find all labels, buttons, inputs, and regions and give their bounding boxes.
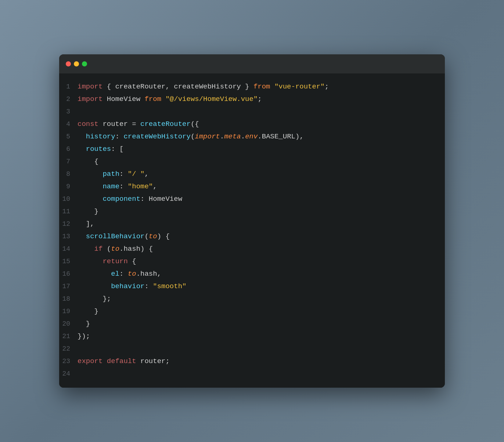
titlebar bbox=[59, 54, 445, 73]
line-number: 1 bbox=[59, 81, 78, 93]
line-content: el: to.hash, bbox=[78, 268, 161, 280]
maximize-button[interactable] bbox=[82, 61, 87, 66]
code-line: 17 behavior: "smooth" bbox=[59, 280, 445, 293]
code-line: 24 bbox=[59, 368, 445, 380]
line-number: 14 bbox=[59, 243, 78, 255]
line-content: if (to.hash) { bbox=[78, 243, 153, 255]
code-line: 10 component: HomeView bbox=[59, 193, 445, 206]
token-plain: : bbox=[119, 270, 128, 278]
token-str: "home" bbox=[128, 182, 153, 191]
code-line: 14 if (to.hash) { bbox=[59, 243, 445, 256]
token-plain bbox=[78, 257, 102, 265]
token-kw-if: if bbox=[86, 245, 103, 253]
code-line: 3 bbox=[59, 106, 445, 118]
code-line: 2import HomeView from "@/views/HomeView.… bbox=[59, 93, 445, 106]
token-kw-import: import bbox=[78, 83, 102, 91]
token-kw-import: import bbox=[78, 95, 102, 103]
line-content: }; bbox=[78, 293, 111, 305]
line-content: history: createWebHistory(import.meta.en… bbox=[78, 131, 304, 143]
line-content bbox=[78, 368, 82, 380]
line-number: 9 bbox=[59, 181, 78, 193]
token-plain: : bbox=[119, 170, 128, 178]
token-plain: : HomeView bbox=[140, 195, 182, 203]
code-line: 20 } bbox=[59, 318, 445, 330]
line-content: import HomeView from "@/views/HomeView.v… bbox=[78, 93, 262, 105]
line-content: import { createRouter, createWebHistory … bbox=[78, 81, 329, 93]
line-content: { bbox=[78, 156, 98, 168]
token-kw-from: from bbox=[144, 95, 161, 103]
minimize-button[interactable] bbox=[74, 61, 79, 66]
token-plain: { createRouter, createWebHistory } bbox=[102, 83, 253, 91]
line-number: 17 bbox=[59, 281, 78, 293]
token-str: "smooth" bbox=[153, 282, 186, 290]
token-plain: }; bbox=[78, 295, 111, 303]
token-str: "@/views/HomeView.vue" bbox=[165, 95, 258, 103]
token-plain: ) { bbox=[157, 232, 170, 240]
code-line: 7 { bbox=[59, 156, 445, 168]
token-str: "vue-router" bbox=[274, 83, 325, 91]
code-line: 13 scrollBehavior(to) { bbox=[59, 231, 445, 243]
line-content: } bbox=[78, 305, 98, 318]
token-fn: createRouter bbox=[140, 120, 191, 128]
token-plain: router = bbox=[98, 120, 140, 128]
token-prop: history bbox=[86, 133, 115, 141]
line-number: 8 bbox=[59, 169, 78, 180]
token-plain: ( bbox=[191, 133, 195, 141]
token-plain: } bbox=[78, 207, 98, 215]
line-number: 19 bbox=[59, 306, 78, 318]
token-kw-from: from bbox=[253, 83, 270, 91]
line-number: 4 bbox=[59, 119, 78, 130]
token-kw-return: return bbox=[102, 257, 127, 265]
code-line: 11 } bbox=[59, 206, 445, 218]
token-plain bbox=[78, 170, 102, 178]
token-plain: { bbox=[78, 157, 98, 166]
token-plain bbox=[78, 145, 86, 153]
line-content: }); bbox=[78, 330, 90, 343]
token-kw-const: const bbox=[78, 120, 98, 128]
code-line: 6 routes: [ bbox=[59, 143, 445, 156]
code-line: 23export default router; bbox=[59, 355, 445, 368]
token-plain bbox=[78, 133, 86, 141]
token-str: "/ " bbox=[128, 170, 145, 178]
token-plain: : bbox=[144, 282, 153, 290]
line-content: } bbox=[78, 318, 90, 330]
token-plain: .BASE_URL), bbox=[258, 133, 303, 141]
token-plain: } bbox=[78, 320, 90, 328]
code-line: 12 ], bbox=[59, 218, 445, 231]
token-param-italic: to bbox=[111, 245, 119, 253]
token-param-italic: meta bbox=[224, 133, 241, 141]
line-content: const router = createRouter({ bbox=[78, 118, 199, 130]
token-plain: : bbox=[119, 182, 128, 191]
line-number: 6 bbox=[59, 144, 78, 155]
line-number: 7 bbox=[59, 156, 78, 168]
token-plain bbox=[270, 83, 274, 91]
line-number: 23 bbox=[59, 356, 78, 367]
line-content bbox=[78, 343, 82, 355]
token-fn: createWebHistory bbox=[123, 133, 190, 141]
token-plain: ; bbox=[325, 83, 329, 91]
line-number: 5 bbox=[59, 131, 78, 143]
line-content: return { bbox=[78, 256, 136, 268]
code-line: 9 name: "home", bbox=[59, 181, 445, 193]
line-content: name: "home", bbox=[78, 181, 157, 193]
line-content: component: HomeView bbox=[78, 193, 182, 205]
token-plain: ({ bbox=[191, 120, 199, 128]
line-number: 16 bbox=[59, 268, 78, 280]
line-content: routes: [ bbox=[78, 143, 123, 155]
token-plain bbox=[78, 282, 111, 290]
token-plain: ( bbox=[102, 245, 111, 253]
code-line: 8 path: "/ ", bbox=[59, 168, 445, 181]
token-plain bbox=[161, 95, 165, 103]
close-button[interactable] bbox=[66, 61, 71, 66]
token-param-italic: to bbox=[149, 232, 157, 240]
line-content bbox=[78, 106, 82, 118]
code-line: 16 el: to.hash, bbox=[59, 268, 445, 280]
token-prop: el bbox=[111, 270, 119, 278]
token-prop: behavior bbox=[111, 282, 144, 290]
line-number: 22 bbox=[59, 343, 78, 355]
line-content: scrollBehavior(to) { bbox=[78, 231, 170, 243]
token-param-italic: import bbox=[195, 133, 220, 141]
token-plain: . bbox=[241, 133, 245, 141]
line-number: 2 bbox=[59, 94, 78, 105]
line-number: 24 bbox=[59, 368, 78, 380]
